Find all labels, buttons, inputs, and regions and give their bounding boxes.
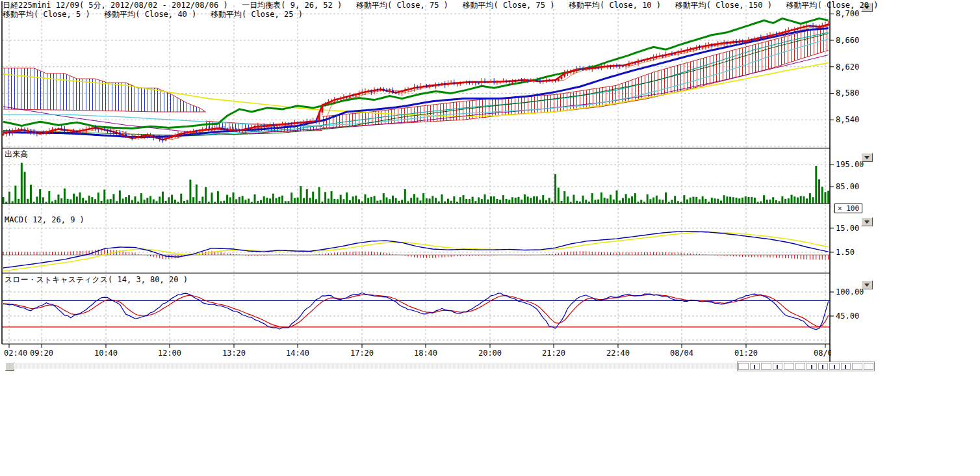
scrollbar-thumb-cell[interactable]	[795, 363, 806, 370]
price-axis-tick-label: 8,620	[836, 62, 859, 72]
time-axis-label: 13:20	[222, 349, 246, 358]
scrollbar-thumb-cell[interactable]	[852, 363, 862, 370]
scrollbar-thumb[interactable]	[737, 362, 875, 371]
time-axis: 02:4009:2010:4012:0013:2014:4017:2018:40…	[0, 349, 831, 358]
macd-panel-title: MACD( 12, 26, 9 )	[5, 215, 84, 224]
volume-panel-title: 出来高	[5, 150, 28, 159]
scrollbar-thumb-cell[interactable]	[761, 363, 771, 370]
time-axis-label: 18:40	[414, 349, 437, 358]
chart-legend: 日経225mini 12/09( 5分, 2012/08/02 - 2012/0…	[3, 1, 878, 19]
macd-axis-tick-label: 15.00	[836, 224, 859, 233]
stoch-axis-tick-label: 45.00	[836, 311, 859, 321]
price-axis-tick-label: 8,660	[836, 36, 859, 45]
scrollbar-thumb-cell[interactable]	[784, 363, 794, 370]
scrollbar-thumb-cell[interactable]	[750, 363, 760, 370]
chart-legend-line2: 移動平均( Close, 5 ) 移動平均( Close, 40 ) 移動平均(…	[3, 10, 878, 19]
volume-axis-menu-button[interactable]	[861, 153, 873, 162]
scrollbar-thumb-cell[interactable]	[829, 363, 840, 370]
time-axis-label: 17:20	[350, 349, 374, 358]
scrollbar-left-button[interactable]	[5, 362, 14, 371]
time-axis-label: 02:40	[4, 349, 27, 358]
scrollbar-thumb-cell[interactable]	[841, 363, 851, 370]
time-axis-label: 08/06	[814, 349, 831, 358]
thumb-cell-mark	[754, 365, 755, 369]
thumb-cell-mark	[777, 365, 778, 369]
thumb-cell-mark	[834, 365, 835, 369]
chevron-down-icon	[864, 284, 870, 289]
volume-axis-tick-label: 85.00	[836, 182, 859, 191]
scrollbar-thumb-cell[interactable]	[806, 363, 817, 370]
stochastics-axis-menu-button[interactable]	[861, 280, 873, 289]
time-axis-label: 21:20	[542, 349, 565, 358]
time-axis-label: 10:40	[94, 349, 118, 358]
price-axis-tick-label: 8,580	[836, 88, 859, 98]
stochastics-panel-title: スロー・ストキャスティクス( 14, 3, 80, 20 )	[5, 275, 188, 284]
chart-legend-line1: 日経225mini 12/09( 5分, 2012/08/02 - 2012/0…	[3, 1, 878, 10]
time-axis-label: 01:20	[734, 349, 758, 358]
thumb-cell-mark	[811, 365, 812, 369]
stoch-axis-tick-label: 100.00	[836, 287, 864, 297]
chart-window: 日経225mini 12/09( 5分, 2012/08/02 - 2012/0…	[0, 0, 980, 476]
macd-axis-menu-button[interactable]	[861, 217, 873, 226]
horizontal-scrollbar[interactable]	[5, 362, 873, 370]
volume-multiplier-box: × 100	[834, 204, 862, 213]
scrollbar-thumb-cell[interactable]	[818, 363, 829, 370]
chevron-down-icon	[864, 220, 870, 226]
thumb-cell-mark	[822, 365, 823, 369]
thumb-cell-mark	[845, 365, 846, 369]
scrollbar-thumb-cell[interactable]	[864, 363, 874, 370]
price-axis-tick-label: 8,540	[836, 115, 859, 124]
scrollbar-thumb-cell[interactable]	[773, 363, 783, 370]
time-axis-label: 08/04	[670, 349, 693, 358]
chart-canvas[interactable]	[0, 0, 877, 372]
time-axis-label: 14:40	[286, 349, 309, 358]
time-axis-label: 12:00	[158, 349, 181, 358]
time-axis-label: 09:20	[30, 349, 53, 358]
scrollbar-track[interactable]	[14, 363, 737, 369]
time-axis-label: 20:00	[478, 349, 502, 358]
time-axis-label: 22:40	[606, 349, 630, 358]
scrollbar-thumb-cell[interactable]	[738, 363, 749, 370]
volume-axis-tick-label: 195.00	[836, 160, 864, 169]
macd-axis-tick-label: 1.50	[836, 248, 855, 257]
chevron-down-icon	[864, 156, 870, 162]
